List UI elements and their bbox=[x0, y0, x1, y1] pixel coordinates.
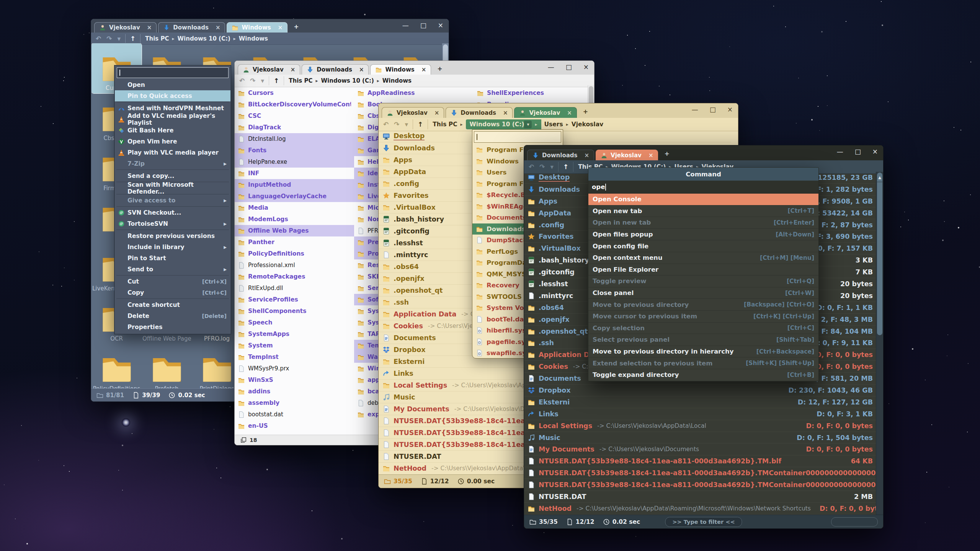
command-item[interactable]: Open in new tab [Ctrl+Enter] bbox=[588, 217, 818, 229]
file-row[interactable]: Offline Web Pages bbox=[235, 225, 354, 236]
file-row[interactable]: Music D: 0, F: 1, 504 bytes bbox=[524, 432, 876, 444]
close-button[interactable]: × bbox=[583, 63, 589, 71]
context-menu-item[interactable]: Open bbox=[115, 79, 230, 90]
tab[interactable]: Vjekoslav bbox=[382, 107, 444, 118]
filter-input[interactable] bbox=[831, 517, 878, 527]
tab-close-icon[interactable] bbox=[585, 152, 590, 159]
breadcrumb-item[interactable]: Users bbox=[544, 121, 568, 128]
command-item[interactable]: Toggle expand directory [Ctrl+B] bbox=[588, 369, 818, 381]
command-input[interactable]: ope bbox=[588, 181, 818, 194]
breadcrumb-item[interactable]: Windows 10 (C:) bbox=[178, 35, 236, 42]
file-row[interactable]: Eksterni D: 12, F: 127, 12 GB bbox=[524, 396, 876, 408]
folder-tile[interactable]: Prefetch bbox=[142, 344, 192, 389]
file-row[interactable]: Media bbox=[235, 202, 354, 214]
file-row[interactable]: ShellComponents bbox=[235, 305, 354, 317]
history-dropdown-icon[interactable]: ▾ bbox=[261, 77, 265, 85]
breadcrumb-item[interactable]: Windows bbox=[239, 35, 271, 42]
file-row[interactable]: Panther bbox=[235, 236, 354, 248]
file-row[interactable]: ServiceProfiles bbox=[235, 294, 354, 305]
scrollbar-thumb[interactable] bbox=[877, 182, 882, 335]
context-menu-item[interactable]: Cut [Ctrl+X] bbox=[115, 276, 230, 287]
forward-icon[interactable]: ↷ bbox=[106, 35, 112, 42]
tab[interactable]: Downloads bbox=[527, 150, 594, 160]
tab-close-icon[interactable] bbox=[648, 152, 653, 159]
context-menu-item[interactable]: 7-Zip bbox=[115, 158, 230, 169]
command-item[interactable]: Open files popup [Alt+Down] bbox=[588, 229, 818, 241]
maximize-button[interactable]: □ bbox=[420, 21, 426, 29]
file-row[interactable]: DtcInstall.log bbox=[235, 133, 354, 145]
tab[interactable]: Downloads bbox=[446, 107, 513, 118]
breadcrumb-item[interactable]: Vjekoslav bbox=[572, 121, 606, 128]
context-menu-item[interactable]: Play with VLC media player bbox=[115, 147, 230, 158]
breadcrumb-item[interactable]: Windows bbox=[382, 77, 415, 84]
file-row[interactable]: NTUSER.DAT{53b39e88-18c4-11ea-a811-000d3… bbox=[524, 455, 876, 467]
context-menu-item[interactable]: Copy [Ctrl+C] bbox=[115, 287, 230, 298]
file-row[interactable]: BitLockerDiscoveryVolumeContents bbox=[235, 99, 354, 110]
new-tab-button[interactable]: + bbox=[289, 23, 303, 30]
tab[interactable]: Windows bbox=[370, 64, 431, 75]
tab[interactable]: Windows bbox=[227, 22, 287, 33]
file-row[interactable]: RemotePackages bbox=[235, 271, 354, 282]
tab-close-icon[interactable] bbox=[434, 109, 439, 116]
file-row[interactable]: Cursors bbox=[235, 87, 354, 99]
file-row[interactable]: en-US bbox=[235, 420, 354, 432]
new-tab-button[interactable]: + bbox=[433, 65, 447, 72]
context-menu-item[interactable]: Pin to Quick access bbox=[115, 90, 230, 101]
breadcrumb-item[interactable]: This PC bbox=[289, 77, 318, 84]
file-row[interactable]: ShellExperiences bbox=[474, 87, 588, 99]
tab[interactable]: Vjekoslav bbox=[238, 64, 300, 75]
tab[interactable]: Downloads bbox=[158, 22, 225, 33]
file-row[interactable]: NTUSER.DAT{53b39e88-18c4-11ea-a811-000d3… bbox=[524, 479, 876, 491]
file-row[interactable]: My Documents -> C:\Users\Vjekoslav\Docum… bbox=[524, 443, 876, 455]
file-row[interactable]: TempInst bbox=[235, 351, 354, 363]
file-row[interactable]: Links D: 0, F: 3, 1 KB bbox=[524, 408, 876, 420]
command-item[interactable]: Copy selection [Ctrl+C] bbox=[588, 323, 818, 334]
history-dropdown-icon[interactable]: ▾ bbox=[118, 35, 121, 42]
tab-close-icon[interactable] bbox=[291, 66, 296, 73]
back-icon[interactable]: ↶ bbox=[529, 163, 534, 171]
file-row[interactable]: ModemLogs bbox=[235, 214, 354, 225]
context-menu-item[interactable]: Properties bbox=[115, 321, 230, 333]
breadcrumb-item[interactable]: Windows 10 (C:) ▾ bbox=[466, 119, 541, 129]
tab-close-icon[interactable] bbox=[567, 109, 572, 116]
breadcrumb-item[interactable]: This PC bbox=[145, 35, 174, 42]
new-tab-button[interactable]: + bbox=[660, 150, 674, 157]
file-row[interactable]: NetHood -> C:\Users\Vjekoslav\AppData\Ro… bbox=[524, 503, 876, 515]
file-row[interactable]: AppReadiness bbox=[354, 87, 474, 99]
history-dropdown-icon[interactable]: ▾ bbox=[405, 121, 408, 128]
file-row[interactable]: CSC bbox=[235, 110, 354, 122]
file-row[interactable]: NTUSER.DAT 2 MB bbox=[524, 491, 876, 503]
history-dropdown-icon[interactable]: ▾ bbox=[550, 163, 554, 171]
context-menu-item[interactable]: Add to VLC media player's Playlist bbox=[115, 114, 230, 125]
back-icon[interactable]: ↶ bbox=[383, 121, 389, 128]
context-menu-item[interactable]: Send to bbox=[115, 264, 230, 275]
context-menu-item[interactable]: Create shortcut bbox=[115, 299, 230, 310]
file-row[interactable]: PolicyDefinitions bbox=[235, 248, 354, 259]
folder-tile[interactable]: PolicyDefinitions bbox=[91, 344, 142, 389]
tab-close-icon[interactable] bbox=[278, 24, 283, 31]
file-row[interactable]: Professional.xml bbox=[235, 259, 354, 271]
context-menu-item[interactable]: Scan with Microsoft Defender... bbox=[115, 183, 230, 194]
tab-close-icon[interactable] bbox=[421, 66, 426, 73]
context-menu-item[interactable]: Send a copy... bbox=[115, 170, 230, 181]
context-menu-item[interactable]: Include in library bbox=[115, 241, 230, 253]
command-item[interactable]: Move to previous directory in hierarchy … bbox=[588, 346, 818, 358]
minimize-button[interactable]: — bbox=[692, 106, 698, 113]
context-menu-item[interactable]: Delete [Delete] bbox=[115, 310, 230, 321]
close-button[interactable]: × bbox=[872, 148, 878, 155]
context-menu-item[interactable]: Pin to Start bbox=[115, 253, 230, 264]
tab[interactable]: Vjekoslav bbox=[514, 107, 577, 118]
command-item[interactable]: Close panel [Ctrl+W] bbox=[588, 287, 818, 299]
maximize-button[interactable]: □ bbox=[710, 106, 716, 113]
file-row[interactable]: WinSxS bbox=[235, 374, 354, 386]
file-row[interactable]: WMSysPr9.prx bbox=[235, 363, 354, 374]
command-item[interactable]: Select previous panel [Shift+Tab] bbox=[588, 334, 818, 346]
file-row[interactable]: Local Settings -> C:\Users\Vjekoslav\App… bbox=[524, 420, 876, 432]
type-to-filter-button[interactable]: >> Type to filter << bbox=[665, 517, 742, 527]
context-menu-item[interactable]: Give access to bbox=[115, 195, 230, 206]
back-icon[interactable]: ↶ bbox=[96, 35, 101, 42]
context-menu-item[interactable]: SVN Checkout... bbox=[115, 207, 230, 218]
file-row[interactable]: bootstat.dat bbox=[235, 409, 354, 420]
forward-icon[interactable]: ↷ bbox=[539, 163, 545, 171]
up-icon[interactable]: ↑ bbox=[130, 35, 136, 42]
